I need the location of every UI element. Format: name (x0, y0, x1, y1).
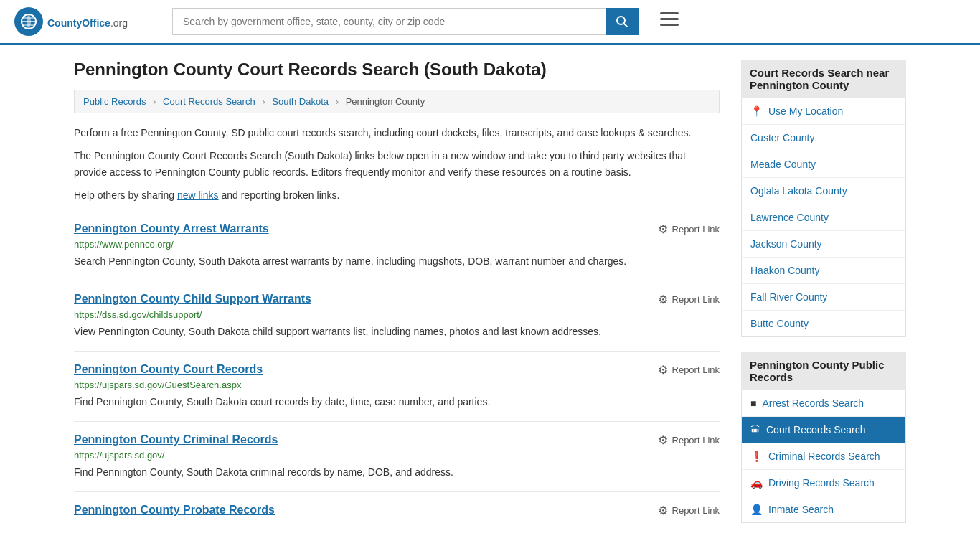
result-header: Pennington County Child Support Warrants… (74, 293, 720, 306)
result-header: Pennington County Arrest Warrants ⚙ Repo… (74, 222, 720, 236)
result-desc-1: View Pennington County, South Dakota chi… (74, 324, 720, 339)
public-records-icon-3: 🚗 (750, 477, 763, 489)
report-label-3: Report Link (672, 435, 720, 446)
menu-button[interactable] (660, 12, 679, 31)
use-my-location-item[interactable]: 📍 Use My Location (742, 98, 905, 125)
result-url-0: https://www.pennco.org/ (74, 239, 720, 250)
public-records-section: Pennington County Public Records ■ Arres… (741, 352, 906, 523)
public-records-icon-2: ❗ (750, 451, 763, 462)
breadcrumb-court-records-search[interactable]: Court Records Search (163, 96, 255, 107)
result-url-1: https://dss.sd.gov/childsupport/ (74, 309, 720, 320)
public-records-item-4[interactable]: 👤 Inmate Search (742, 496, 905, 522)
search-icon (616, 15, 628, 28)
nearby-county-link-0[interactable]: Custer County (750, 132, 814, 143)
report-icon-4: ⚙ (658, 504, 668, 517)
breadcrumb: Public Records › Court Records Search › … (74, 90, 720, 113)
result-title-1[interactable]: Pennington County Child Support Warrants (74, 293, 311, 306)
nearby-county-item-6[interactable]: Fall River County (742, 284, 905, 311)
report-icon-0: ⚙ (658, 222, 668, 236)
report-label-2: Report Link (672, 364, 720, 375)
svg-rect-7 (660, 18, 679, 20)
public-records-header: Pennington County Public Records (741, 352, 906, 390)
nearby-county-link-5[interactable]: Haakon County (750, 265, 820, 276)
site-header: CountyOffice.org (0, 0, 980, 45)
results-container: Pennington County Arrest Warrants ⚙ Repo… (74, 211, 720, 532)
result-header: Pennington County Court Records ⚙ Report… (74, 363, 720, 377)
nearby-county-link-1[interactable]: Meade County (750, 159, 816, 170)
public-records-item-1[interactable]: 🏛 Court Records Search (742, 417, 905, 443)
public-records-item-0[interactable]: ■ Arrest Records Search (742, 390, 905, 417)
result-title-2[interactable]: Pennington County Court Records (74, 363, 263, 376)
description-3: Help others by sharing new links and rep… (74, 187, 720, 203)
nearby-county-link-2[interactable]: Oglala Lakota County (750, 185, 847, 197)
public-records-icon-1: 🏛 (750, 424, 760, 435)
breadcrumb-public-records[interactable]: Public Records (83, 96, 146, 107)
public-records-link-4[interactable]: Inmate Search (768, 504, 834, 515)
new-links-link[interactable]: new links (177, 189, 219, 201)
report-icon-3: ⚙ (658, 433, 668, 447)
logo-icon (14, 7, 43, 36)
result-item: Pennington County Criminal Records ⚙ Rep… (74, 422, 720, 492)
nearby-county-item-0[interactable]: Custer County (742, 125, 905, 151)
result-header: Pennington County Criminal Records ⚙ Rep… (74, 433, 720, 447)
nearby-county-item-3[interactable]: Lawrence County (742, 204, 905, 231)
sidebar: Court Records Search near Pennington Cou… (741, 60, 906, 537)
result-desc-2: Find Pennington County, South Dakota cou… (74, 395, 720, 410)
location-pin-icon: 📍 (750, 105, 763, 117)
report-link-4[interactable]: ⚙ Report Link (658, 504, 720, 517)
result-title-0[interactable]: Pennington County Arrest Warrants (74, 222, 269, 235)
public-records-link-2[interactable]: Criminal Records Search (768, 451, 880, 462)
logo-text: CountyOffice.org (47, 14, 128, 30)
nearby-county-item-1[interactable]: Meade County (742, 151, 905, 178)
use-my-location-link[interactable]: Use My Location (768, 105, 843, 117)
breadcrumb-current: Pennington County (346, 96, 425, 107)
svg-rect-6 (660, 12, 679, 14)
search-button[interactable] (606, 8, 639, 35)
nearby-county-item-2[interactable]: Oglala Lakota County (742, 178, 905, 204)
report-link-0[interactable]: ⚙ Report Link (658, 222, 720, 236)
result-url-3: https://ujspars.sd.gov/ (74, 450, 720, 461)
breadcrumb-south-dakota[interactable]: South Dakota (272, 96, 329, 107)
nearby-section: Court Records Search near Pennington Cou… (741, 60, 906, 337)
report-link-1[interactable]: ⚙ Report Link (658, 293, 720, 306)
nearby-county-item-7[interactable]: Butte County (742, 311, 905, 336)
nearby-county-link-6[interactable]: Fall River County (750, 291, 827, 303)
main-container: Pennington County Court Records Search (… (60, 45, 920, 551)
public-records-item-2[interactable]: ❗ Criminal Records Search (742, 443, 905, 470)
public-records-container: ■ Arrest Records Search 🏛 Court Records … (742, 390, 905, 522)
public-records-link-0[interactable]: Arrest Records Search (762, 397, 864, 409)
report-icon-1: ⚙ (658, 293, 668, 306)
public-records-link-1[interactable]: Court Records Search (766, 424, 866, 435)
report-label-1: Report Link (672, 294, 720, 305)
result-desc-3: Find Pennington County, South Dakota cri… (74, 465, 720, 480)
public-records-item-3[interactable]: 🚗 Driving Records Search (742, 470, 905, 496)
result-header: Pennington County Probate Records ⚙ Repo… (74, 504, 720, 517)
description-1: Perform a free Pennington County, SD pub… (74, 125, 720, 141)
result-item: Pennington County Probate Records ⚙ Repo… (74, 492, 720, 532)
search-input[interactable] (172, 8, 606, 35)
result-url-2: https://ujspars.sd.gov/GuestSearch.aspx (74, 380, 720, 390)
nearby-county-item-5[interactable]: Haakon County (742, 258, 905, 284)
nearby-county-link-4[interactable]: Jackson County (750, 238, 822, 250)
page-title: Pennington County Court Records Search (… (74, 60, 720, 80)
public-records-link-3[interactable]: Driving Records Search (768, 477, 875, 489)
public-records-icon-0: ■ (750, 397, 756, 409)
report-icon-2: ⚙ (658, 363, 668, 377)
result-title-3[interactable]: Pennington County Criminal Records (74, 433, 278, 446)
report-link-3[interactable]: ⚙ Report Link (658, 433, 720, 447)
nearby-list: 📍 Use My Location Custer CountyMeade Cou… (741, 98, 906, 337)
svg-line-5 (624, 24, 628, 27)
report-label-0: Report Link (672, 224, 720, 235)
nearby-county-link-7[interactable]: Butte County (750, 318, 809, 329)
report-link-2[interactable]: ⚙ Report Link (658, 363, 720, 377)
result-item: Pennington County Court Records ⚙ Report… (74, 352, 720, 422)
result-item: Pennington County Arrest Warrants ⚙ Repo… (74, 211, 720, 281)
logo-area[interactable]: CountyOffice.org (14, 7, 158, 36)
description-2: The Pennington County Court Records Sear… (74, 148, 720, 180)
result-item: Pennington County Child Support Warrants… (74, 281, 720, 352)
hamburger-icon (660, 12, 679, 27)
public-records-list: ■ Arrest Records Search 🏛 Court Records … (741, 390, 906, 523)
nearby-county-item-4[interactable]: Jackson County (742, 231, 905, 258)
nearby-county-link-3[interactable]: Lawrence County (750, 212, 829, 223)
result-title-4[interactable]: Pennington County Probate Records (74, 504, 275, 517)
